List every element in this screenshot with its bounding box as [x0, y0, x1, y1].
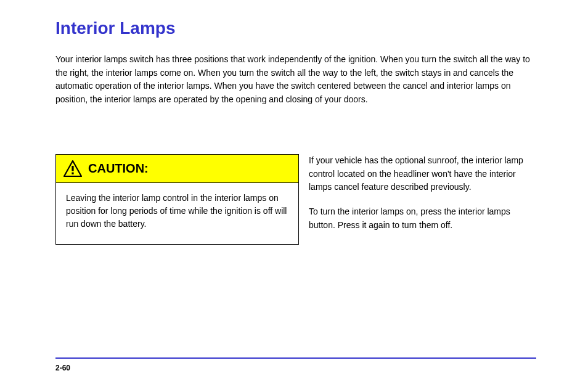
intro-paragraph: Your interior lamps switch has three pos…: [55, 53, 536, 107]
caution-header: CAUTION:: [56, 155, 298, 183]
caution-callout: CAUTION: Leaving the interior lamp contr…: [55, 154, 299, 245]
page-number: 2-60: [55, 364, 70, 372]
svg-rect-1: [71, 166, 73, 171]
warning-triangle-icon: [63, 160, 82, 177]
footer-rule: [55, 357, 536, 359]
caution-body-text: Leaving the interior lamp control in the…: [56, 183, 298, 244]
page-title: Interior Lamps: [55, 18, 175, 38]
right-paragraph-1: If your vehicle has the optional sunroof…: [309, 154, 537, 194]
right-column: If your vehicle has the optional sunroof…: [309, 154, 537, 232]
right-paragraph-2: To turn the interior lamps on, press the…: [309, 205, 537, 232]
caution-label: CAUTION:: [88, 161, 149, 176]
svg-rect-2: [71, 173, 73, 174]
